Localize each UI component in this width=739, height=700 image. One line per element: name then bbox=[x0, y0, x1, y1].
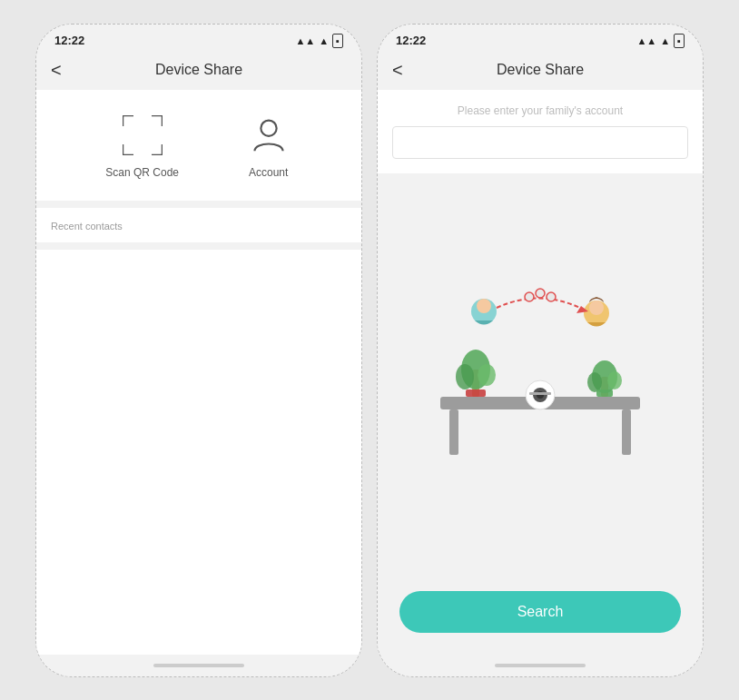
home-indicator-2 bbox=[378, 655, 703, 676]
status-icons-2: ▲▲ ▲ ▪ bbox=[636, 34, 685, 48]
scan-qr-method[interactable]: Scan QR Code bbox=[105, 112, 179, 179]
qr-code-icon bbox=[123, 115, 163, 155]
svg-point-15 bbox=[607, 371, 622, 389]
phone-1: 12:22 ▲▲ ▲ ▪ < Device Share bbox=[35, 24, 362, 677]
svg-rect-16 bbox=[466, 389, 486, 397]
phone-1-content: Scan QR Code Account Recent contacts bbox=[36, 90, 361, 655]
svg-point-21 bbox=[589, 301, 604, 315]
svg-point-10 bbox=[456, 364, 474, 389]
svg-point-24 bbox=[547, 292, 556, 301]
status-icons-1: ▲▲ ▲ ▪ bbox=[295, 34, 343, 48]
recent-contacts-area bbox=[36, 250, 361, 655]
home-indicator-1 bbox=[36, 655, 361, 676]
time-2: 12:22 bbox=[396, 34, 426, 47]
svg-point-23 bbox=[536, 289, 545, 298]
recent-contacts-label: Recent contacts bbox=[51, 221, 123, 232]
nav-bar-1: < Device Share bbox=[36, 54, 361, 90]
svg-point-11 bbox=[478, 364, 496, 386]
account-input[interactable] bbox=[392, 126, 688, 159]
nav-title-1: Device Share bbox=[155, 62, 242, 78]
illustration-area bbox=[378, 181, 703, 577]
battery-icon-1: ▪ bbox=[332, 34, 343, 48]
signal-icon-1: ▲▲ bbox=[295, 35, 315, 46]
signal-icon-2: ▲▲ bbox=[636, 35, 656, 46]
svg-rect-7 bbox=[529, 392, 551, 395]
svg-point-0 bbox=[261, 120, 276, 135]
account-icon-container bbox=[245, 112, 292, 159]
svg-rect-3 bbox=[622, 409, 631, 455]
phone-2: 12:22 ▲▲ ▲ ▪ < Device Share Please enter… bbox=[377, 24, 704, 677]
search-button[interactable]: Search bbox=[399, 591, 681, 633]
form-hint: Please enter your family's account bbox=[392, 104, 688, 117]
time-1: 12:22 bbox=[54, 34, 84, 47]
svg-point-19 bbox=[477, 299, 491, 313]
nav-title-2: Device Share bbox=[497, 62, 584, 78]
svg-rect-17 bbox=[596, 389, 613, 397]
svg-point-14 bbox=[587, 372, 602, 392]
nav-bar-2: < Device Share bbox=[378, 54, 703, 90]
wifi-icon-1: ▲ bbox=[319, 35, 329, 46]
battery-icon-2: ▪ bbox=[674, 34, 685, 48]
account-method[interactable]: Account bbox=[245, 112, 292, 179]
status-bar-2: 12:22 ▲▲ ▲ ▪ bbox=[378, 25, 703, 54]
wifi-icon-2: ▲ bbox=[660, 35, 670, 46]
home-bar-1 bbox=[153, 664, 244, 667]
home-bar-2 bbox=[495, 664, 586, 667]
search-btn-container: Search bbox=[378, 577, 703, 655]
share-methods: Scan QR Code Account bbox=[36, 90, 361, 201]
account-form: Please enter your family's account bbox=[378, 90, 703, 173]
status-bar-1: 12:22 ▲▲ ▲ ▪ bbox=[36, 25, 361, 54]
phones-container: 12:22 ▲▲ ▲ ▪ < Device Share bbox=[17, 5, 722, 695]
scan-qr-label: Scan QR Code bbox=[105, 166, 179, 179]
sharing-illustration bbox=[422, 279, 658, 478]
phone-2-content: Please enter your family's account bbox=[378, 90, 703, 655]
back-button-2[interactable]: < bbox=[392, 61, 403, 79]
svg-point-22 bbox=[525, 292, 534, 301]
account-label: Account bbox=[249, 166, 288, 179]
recent-contacts-section: Recent contacts bbox=[36, 208, 361, 242]
qr-icon-container bbox=[119, 112, 166, 159]
account-icon bbox=[251, 118, 286, 153]
back-button-1[interactable]: < bbox=[51, 61, 62, 79]
svg-rect-2 bbox=[449, 409, 458, 455]
